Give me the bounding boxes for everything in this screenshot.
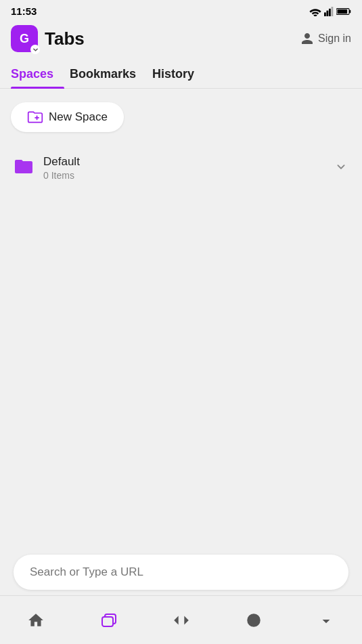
search-bar-container: [14, 555, 348, 590]
search-input[interactable]: [14, 555, 348, 590]
new-space-button[interactable]: New Space: [11, 102, 124, 132]
svg-rect-0: [324, 12, 326, 16]
space-info: Default 0 Items: [43, 155, 334, 181]
sign-in-label: Sign in: [318, 33, 351, 45]
logo-letter: G: [20, 32, 29, 46]
tabs-navigation: Spaces Bookmarks History: [0, 60, 362, 89]
svg-rect-10: [102, 617, 113, 626]
nav-home[interactable]: [22, 606, 50, 635]
wifi-icon: [309, 7, 321, 16]
app-title: Tabs: [45, 28, 85, 49]
tab-history[interactable]: History: [152, 60, 205, 88]
new-space-label: New Space: [49, 110, 108, 124]
content-area: New Space Default 0 Items: [0, 89, 362, 204]
tab-spaces[interactable]: Spaces: [11, 60, 64, 88]
new-space-icon: [27, 110, 43, 124]
nav-download[interactable]: [312, 606, 340, 635]
status-bar: 11:53: [0, 0, 362, 20]
space-count: 0 Items: [43, 170, 334, 181]
code-icon: [173, 611, 190, 629]
svg-rect-1: [327, 10, 329, 16]
download-icon: [317, 611, 335, 629]
svg-rect-5: [349, 9, 350, 12]
status-icons: [309, 7, 351, 16]
svg-rect-3: [332, 7, 334, 16]
svg-rect-6: [337, 9, 347, 14]
svg-point-11: [247, 614, 261, 627]
header: G Tabs Sign in: [0, 20, 362, 60]
space-name: Default: [43, 155, 334, 169]
nav-code[interactable]: [167, 606, 196, 635]
space-item-default[interactable]: Default 0 Items: [11, 146, 351, 190]
folder-icon: [14, 158, 34, 178]
nav-tabs[interactable]: [94, 605, 124, 635]
badge-chevron-icon: [32, 47, 39, 53]
header-left: G Tabs: [11, 25, 85, 52]
svg-rect-2: [329, 8, 331, 16]
app-logo: G: [11, 25, 38, 52]
home-icon: [27, 611, 45, 629]
person-icon: [300, 32, 314, 45]
logo-badge: [30, 45, 40, 54]
block-icon: [245, 611, 263, 629]
bottom-navigation: [0, 595, 362, 644]
chevron-down-icon: [334, 159, 348, 177]
battery-icon: [336, 7, 351, 16]
status-time: 11:53: [11, 5, 37, 17]
sign-in-button[interactable]: Sign in: [300, 32, 351, 45]
tabs-icon: [99, 611, 118, 630]
tab-bookmarks[interactable]: Bookmarks: [70, 60, 147, 88]
nav-block[interactable]: [240, 606, 268, 635]
signal-icon: [324, 7, 334, 16]
